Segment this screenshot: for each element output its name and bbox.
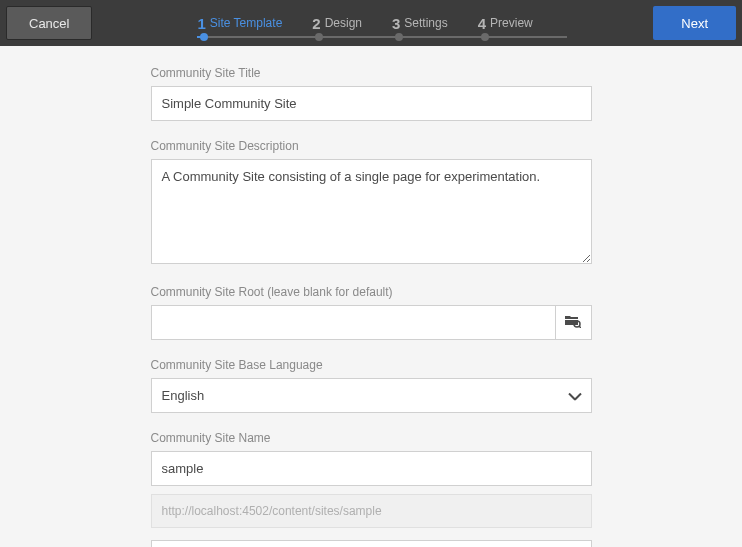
- step-site-template[interactable]: 1 Site Template: [197, 15, 312, 32]
- template-select-wrap: Single Page Template: [151, 540, 592, 547]
- cancel-button[interactable]: Cancel: [6, 6, 92, 40]
- step-number: 4: [478, 15, 486, 32]
- name-label: Community Site Name: [151, 431, 592, 445]
- step-number: 2: [312, 15, 320, 32]
- svg-line-1: [579, 326, 581, 328]
- root-label: Community Site Root (leave blank for def…: [151, 285, 592, 299]
- language-label: Community Site Base Language: [151, 358, 592, 372]
- step-dot: [395, 33, 403, 41]
- language-select[interactable]: English: [151, 378, 592, 413]
- wizard-stepper: 1 Site Template 2 Design 3 Settings 4 Pr…: [197, 15, 562, 32]
- step-label: Settings: [404, 16, 447, 30]
- root-input[interactable]: [151, 305, 556, 340]
- step-number: 1: [197, 15, 205, 32]
- description-input[interactable]: A Community Site consisting of a single …: [151, 159, 592, 264]
- name-input[interactable]: [151, 451, 592, 486]
- step-label: Preview: [490, 16, 533, 30]
- step-dot: [481, 33, 489, 41]
- step-design[interactable]: 2 Design: [312, 15, 392, 32]
- template-select[interactable]: Single Page Template: [151, 540, 592, 547]
- title-input[interactable]: [151, 86, 592, 121]
- stepper-track: [197, 36, 567, 38]
- step-label: Design: [325, 16, 362, 30]
- description-label: Community Site Description: [151, 139, 592, 153]
- browse-button[interactable]: [556, 305, 592, 340]
- root-input-group: [151, 305, 592, 340]
- step-settings[interactable]: 3 Settings: [392, 15, 478, 32]
- next-button[interactable]: Next: [653, 6, 736, 40]
- language-select-wrap: English: [151, 378, 592, 413]
- form-container: Community Site Title Community Site Desc…: [151, 46, 592, 547]
- title-label: Community Site Title: [151, 66, 592, 80]
- step-number: 3: [392, 15, 400, 32]
- step-label: Site Template: [210, 16, 283, 30]
- url-preview: http://localhost:4502/content/sites/samp…: [151, 494, 592, 528]
- step-preview[interactable]: 4 Preview: [478, 15, 563, 32]
- step-dot: [200, 33, 208, 41]
- step-dot: [315, 33, 323, 41]
- wizard-header: Cancel 1 Site Template 2 Design 3 Settin…: [0, 0, 742, 46]
- folder-search-icon: [565, 314, 581, 331]
